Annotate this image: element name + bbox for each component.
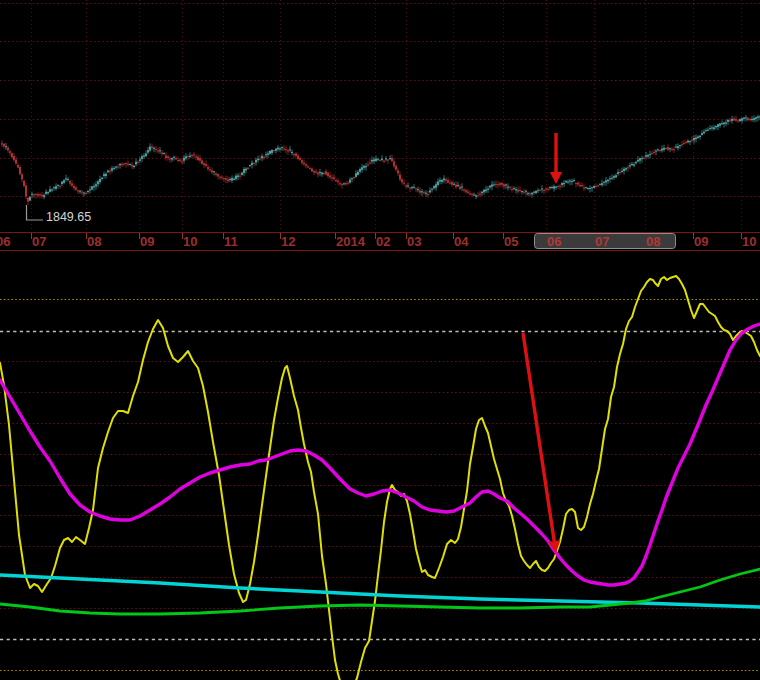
candle-body [39,194,41,195]
candle-body [579,185,581,186]
low-price-marker: 1849.65 [27,205,92,224]
candle-body [483,190,485,192]
candle-body [631,164,633,165]
candle-body [159,150,161,151]
candle-body [477,195,479,196]
candle-body [337,181,339,182]
axis-month-label: 03 [407,234,421,249]
candle-body [157,150,159,151]
candle-body [171,158,173,160]
candle-body [339,183,341,184]
candle-body [203,163,205,165]
candle-body [649,154,651,155]
price-panel-gridlines [0,0,760,231]
candle-body [83,193,85,194]
candle-body [531,193,533,195]
candle-body [575,183,577,184]
candle-body [191,155,193,156]
candle-body [561,183,563,185]
candle-body [753,118,755,120]
candle-body [713,127,715,129]
candle-body [331,177,333,178]
candle-body [415,188,417,189]
candle-body [671,149,673,150]
trading-chart[interactable]: 1849.65 06070809101112201402030405060708… [0,0,760,680]
candle-body [611,178,613,179]
candle-body [417,189,419,190]
candle-body [127,164,129,165]
candle-body [327,173,329,176]
candle-body [653,152,655,153]
candle-body [125,163,127,164]
candle-body [61,182,63,184]
candle-body [351,178,353,179]
candle-body [139,159,141,161]
candle-body [391,158,393,161]
candle-body [359,169,361,172]
candle-body [117,166,119,167]
candle-body [381,159,383,160]
arrow-shaft [523,333,554,541]
candle-body [237,175,239,177]
candle-body [195,156,197,157]
candle-body [315,171,317,172]
candle-body [229,179,231,180]
candle-body [633,164,635,165]
candle-body [85,193,87,194]
axis-month-label: 07 [595,234,609,249]
candle-body [471,194,473,195]
candle-body [555,187,557,188]
candle-body [493,184,495,185]
candle-body [479,194,481,195]
candle-body [537,190,539,191]
candle-body [207,167,209,169]
candle-body [675,147,677,148]
candle-body [651,153,653,154]
candle-body [513,188,515,189]
candle-body [567,182,569,183]
time-axis[interactable]: 060708091011122014020304050607080910 [0,233,760,251]
candle-body [283,149,285,150]
candlestick-series [1,115,760,205]
candle-body [367,164,369,165]
candle-body [533,192,535,193]
axis-month-label: 08 [646,234,660,249]
candle-body [543,190,545,191]
candle-body [665,148,667,149]
candle-body [621,171,623,172]
candle-body [267,153,269,154]
candle-body [225,178,227,179]
candle-body [47,192,49,193]
axis-month-label: 06 [0,234,10,249]
candle-body [431,189,433,190]
candle-body [335,180,337,181]
candle-body [473,195,475,196]
candle-body [563,183,565,184]
candle-body [673,149,675,150]
candle-body [697,136,699,138]
candle-body [469,193,471,194]
candle-body [741,118,743,120]
candle-body [715,126,717,127]
candle-body [695,137,697,139]
candle-body [541,189,543,190]
candle-body [227,180,229,182]
candle-body [107,171,109,173]
candle-body [605,180,607,182]
candle-body [273,150,275,151]
candle-body [69,181,71,183]
candle-body [245,169,247,171]
candle-body [357,172,359,175]
candle-body [103,174,105,176]
candle-body [501,183,503,185]
indicator-series [0,276,760,680]
candle-body [551,187,553,188]
candle-body [161,152,163,153]
candle-body [647,155,649,157]
candle-body [613,176,615,178]
candle-body [79,191,81,192]
candle-body [71,183,73,185]
candle-body [657,149,659,150]
candle-body [609,178,611,179]
candle-body [461,187,463,188]
